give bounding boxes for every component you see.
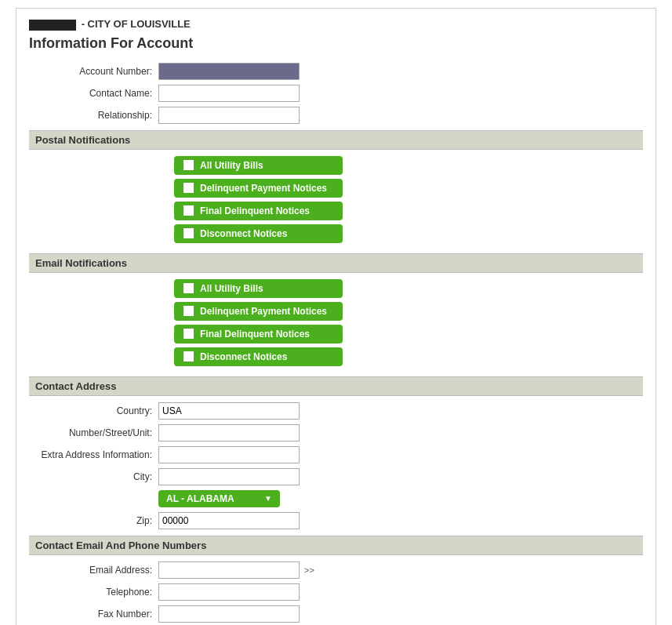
postal-final-delinquent-btn[interactable]: Final Delinquent Notices <box>174 202 343 220</box>
email-address-label: Email Address: <box>29 565 158 576</box>
postal-final-delinquent-checkbox <box>183 205 194 216</box>
contact-email-phone-fields: Email Address: >> Telephone: Fax Number:… <box>29 561 643 625</box>
email-delinquent-payment-btn[interactable]: Delinquent Payment Notices <box>174 302 343 321</box>
account-number-row: Account Number: <box>29 63 643 80</box>
city-label: City: <box>29 471 158 482</box>
email-disconnect-label: Disconnect Notices <box>200 351 287 362</box>
contact-name-row: Contact Name: <box>29 85 643 102</box>
zip-row: Zip: <box>29 512 643 529</box>
email-disconnect-btn[interactable]: Disconnect Notices <box>174 347 343 366</box>
state-dropdown[interactable]: AL - ALABAMA ▼ <box>158 490 280 507</box>
extra-address-row: Extra Address Information: <box>29 446 643 463</box>
email-address-input[interactable] <box>158 561 300 579</box>
postal-all-utility-checkbox <box>183 160 194 170</box>
email-address-row: Email Address: >> <box>29 561 643 579</box>
postal-notifications-header: Postal Notifications <box>29 130 643 150</box>
email-all-utility-checkbox <box>183 283 194 293</box>
fax-row: Fax Number: <box>29 605 643 623</box>
double-arrow-icon: >> <box>304 565 314 575</box>
email-all-utility-label: All Utility Bills <box>200 283 263 294</box>
header-title: - CITY OF LOUISVILLE <box>29 18 643 31</box>
relationship-label: Relationship: <box>29 110 158 121</box>
relationship-input[interactable] <box>158 107 300 124</box>
postal-all-utility-bills-btn[interactable]: All Utility Bills <box>174 156 343 175</box>
city-row: City: <box>29 468 643 485</box>
postal-notifications-block: All Utility Bills Delinquent Payment Not… <box>174 156 643 247</box>
zip-input[interactable] <box>158 512 300 529</box>
postal-final-delinquent-label: Final Delinquent Notices <box>200 205 310 216</box>
email-final-delinquent-label: Final Delinquent Notices <box>200 329 310 340</box>
dropdown-arrow-icon: ▼ <box>264 494 272 503</box>
fax-label: Fax Number: <box>29 609 158 620</box>
postal-disconnect-checkbox <box>183 228 194 238</box>
postal-disconnect-label: Disconnect Notices <box>200 228 287 239</box>
telephone-label: Telephone: <box>29 587 158 598</box>
account-number-label: Account Number: <box>29 66 158 77</box>
contact-name-label: Contact Name: <box>29 88 158 99</box>
postal-delinquent-payment-label: Delinquent Payment Notices <box>200 183 327 194</box>
contact-email-phone-header: Contact Email And Phone Numbers <box>29 536 643 555</box>
email-notifications-header: Email Notifications <box>29 253 643 273</box>
telephone-row: Telephone: <box>29 583 643 601</box>
redacted-bar <box>29 20 76 31</box>
org-name: - CITY OF LOUISVILLE <box>82 18 191 30</box>
postal-disconnect-btn[interactable]: Disconnect Notices <box>174 224 343 243</box>
state-row: AL - ALABAMA ▼ <box>29 490 643 507</box>
telephone-input[interactable] <box>158 583 300 601</box>
contact-address-header: Contact Address <box>29 376 643 396</box>
city-input[interactable] <box>158 468 300 485</box>
page-title: Information For Account <box>29 35 643 52</box>
country-label: Country: <box>29 405 158 416</box>
email-delinquent-payment-checkbox <box>183 306 194 316</box>
email-final-delinquent-btn[interactable]: Final Delinquent Notices <box>174 325 343 343</box>
zip-label: Zip: <box>29 515 158 526</box>
state-value: AL - ALABAMA <box>166 493 234 504</box>
extra-address-label: Extra Address Information: <box>29 449 158 460</box>
street-row: Number/Street/Unit: <box>29 424 643 441</box>
contact-address-fields: Country: Number/Street/Unit: Extra Addre… <box>29 402 643 529</box>
extra-address-input[interactable] <box>158 446 300 463</box>
contact-name-input[interactable] <box>158 85 300 102</box>
country-input[interactable] <box>158 402 300 420</box>
postal-all-utility-label: All Utility Bills <box>200 160 263 171</box>
email-delinquent-payment-label: Delinquent Payment Notices <box>200 306 327 317</box>
email-all-utility-bills-btn[interactable]: All Utility Bills <box>174 279 343 298</box>
street-input[interactable] <box>158 424 300 441</box>
account-number-input[interactable] <box>158 63 300 80</box>
street-label: Number/Street/Unit: <box>29 427 158 438</box>
email-notifications-block: All Utility Bills Delinquent Payment Not… <box>174 279 643 370</box>
email-final-delinquent-checkbox <box>183 329 194 339</box>
fax-input[interactable] <box>158 605 300 623</box>
relationship-row: Relationship: <box>29 107 643 124</box>
email-disconnect-checkbox <box>183 351 194 362</box>
country-row: Country: <box>29 402 643 420</box>
postal-delinquent-payment-btn[interactable]: Delinquent Payment Notices <box>174 179 343 198</box>
postal-delinquent-payment-checkbox <box>183 183 194 193</box>
main-wrapper: - CITY OF LOUISVILLE Information For Acc… <box>16 8 656 625</box>
